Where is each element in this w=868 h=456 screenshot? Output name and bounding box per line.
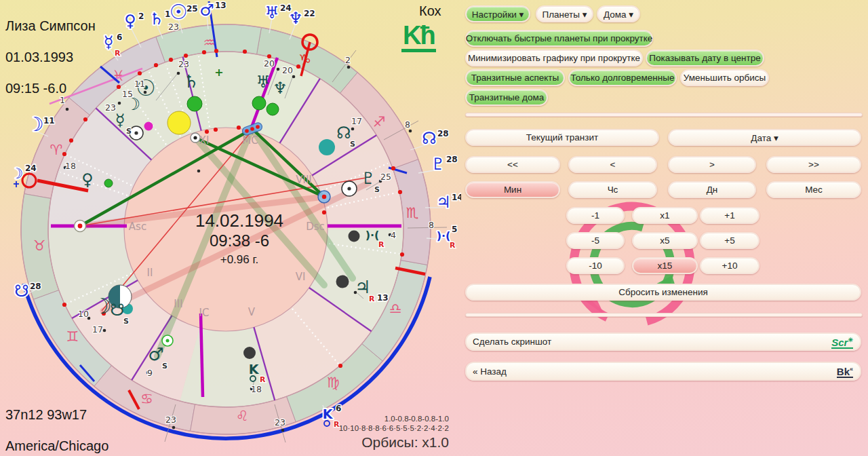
date-menu-button[interactable]: Дата ▾ <box>668 129 861 146</box>
plus-1-button[interactable]: +1 <box>700 207 760 224</box>
natal-planet-pluto: ♇ <box>361 169 376 188</box>
transit-planet-north-node-degree: 28 <box>437 129 449 138</box>
asc-point-dot <box>78 224 83 229</box>
unit-hours-button[interactable]: Чс <box>568 181 657 198</box>
step-back-button[interactable]: < <box>568 156 657 173</box>
transit-planet-lilith-degree: 24 <box>25 164 37 173</box>
transit-date: 14.02.1994 <box>168 210 311 231</box>
zodiac-sign-scorpio: ♏ <box>406 205 419 221</box>
screenshot-logo-icon: Scr✳ <box>831 335 853 349</box>
transit-planet-pluto: ♇ <box>431 155 446 174</box>
location-info: 37n12 93w17 America/Chicago Спрингфилд /… <box>5 392 249 456</box>
transit-planet-saturn: ♄ <box>149 10 164 28</box>
marker-dot-black <box>118 102 121 105</box>
zodiac-sign-virgo: ♍ <box>327 375 340 391</box>
x15-button[interactable]: x15 <box>632 257 698 274</box>
birth-date: 01.03.1993 <box>5 50 96 65</box>
marker-dot-red <box>184 54 188 58</box>
transit-planet-jupiter-degree: 14 <box>452 193 461 202</box>
toggle-reduce-orbs[interactable]: Уменьшить орбисы <box>680 69 769 86</box>
degree-number: 17 <box>92 324 103 335</box>
mc-cluster-dot <box>250 127 254 131</box>
toggle-transit-aspects[interactable]: Транзитные аспекты <box>465 69 565 86</box>
back-button[interactable]: « Назад Bk« <box>465 362 861 381</box>
menu-planets[interactable]: Планеты ▾ <box>536 5 593 22</box>
marker-greenring-center <box>166 339 170 343</box>
marker-dot-black <box>197 170 201 173</box>
marker-dot-red <box>338 364 342 368</box>
transit-planet-selena-degree: 5 <box>452 225 457 234</box>
person-info: Лиза Симпсон 01.03.1993 09:15 -6.0 <box>5 3 96 112</box>
degree-number: 8 <box>405 119 410 130</box>
person-name: Лиза Симпсон <box>5 18 96 34</box>
transit-planet-neptune: ♆ <box>288 9 303 28</box>
step-forward-fast-button[interactable]: >> <box>766 156 861 173</box>
natal-planet-jupiter-degree: 13 <box>377 293 389 303</box>
natal-planet-chiron-flag: R <box>260 375 266 384</box>
house-label-VIII: VIII <box>296 174 312 186</box>
marker-dot-red <box>214 128 218 132</box>
menu-settings[interactable]: Настройки ▾ <box>465 5 530 22</box>
marker-dot-red <box>296 64 300 69</box>
toggle-longterm-only[interactable]: Только долговременные <box>568 69 677 86</box>
natal-planet-south-node: ☋ <box>110 301 124 320</box>
house-label-VI: VI <box>296 271 306 283</box>
degree-number: 17 <box>351 116 362 126</box>
natal-planet-north-node: ☊ <box>336 124 351 142</box>
toggle-minimize-graphics[interactable]: Минимизировать графику при прокрутке <box>465 50 643 66</box>
transit-date-block: 14.02.1994 09:38 -6 +0.96 г. <box>168 210 311 267</box>
orbs-label: Орбисы: x1.0 <box>290 434 449 451</box>
orbs-info: 1.0-0.8-0.8-0.8-1.0 10·10·8·8·8·6·6·5·5·… <box>290 414 449 451</box>
marker-dot-red <box>205 130 209 134</box>
reset-changes-button[interactable]: Сбросить изменения <box>465 284 861 301</box>
transit-planet-mars: ♂ <box>199 1 214 20</box>
location-timezone: America/Chicago <box>5 438 249 454</box>
step-back-fast-button[interactable]: << <box>465 156 560 173</box>
marker-gray <box>336 276 349 288</box>
transit-planet-selena: )·( <box>437 229 451 242</box>
transit-planet-venus-degree: 2 <box>138 12 144 21</box>
marker-dot-black <box>347 66 351 69</box>
marker-magenta <box>144 122 153 131</box>
toggle-transit-houses[interactable]: Транзитные дома <box>465 89 548 106</box>
house-label-III: III <box>174 298 182 310</box>
zodiac-sign-sagittarius: ♐ <box>373 114 386 130</box>
transit-planet-north-node: ☊ <box>422 129 436 148</box>
screenshot-button[interactable]: Сделать скриншот Scr✳ <box>465 332 861 351</box>
plus-10-button[interactable]: +10 <box>700 257 760 274</box>
menu-houses[interactable]: Дома ▾ <box>597 5 640 22</box>
degree-number: 23 <box>178 59 189 69</box>
degree-number: 25 <box>380 172 391 182</box>
house-system-label: Кох <box>419 3 441 19</box>
natal-planet-south-node-flag: S <box>123 317 129 326</box>
plus-5-button[interactable]: +5 <box>700 232 760 249</box>
transit-planet-mars-degree: 13 <box>215 1 226 10</box>
marker-whitedot-center <box>134 131 138 134</box>
natal-planet-selena: )·( <box>366 229 380 242</box>
transit-planet-sun: ☉ <box>170 0 188 24</box>
transit-planet-neptune-degree: 22 <box>304 9 315 18</box>
toggle-fast-planets[interactable]: Отключать быстрые планеты при прокрутке <box>465 30 653 47</box>
step-forward-button[interactable]: > <box>668 156 756 173</box>
marker-dot-red <box>237 126 241 130</box>
back-logo-icon: Bk« <box>837 364 853 378</box>
mc-cluster-dot <box>245 129 249 133</box>
unit-days-button[interactable]: Дн <box>668 181 756 198</box>
current-transit-button[interactable]: Текущий транзит <box>465 129 659 146</box>
unit-minutes-button[interactable]: Мин <box>465 181 560 198</box>
x1-button[interactable]: x1 <box>632 207 698 224</box>
toggle-center-date[interactable]: Показывать дату в центре <box>646 50 764 66</box>
minus-1-button[interactable]: -1 <box>566 207 625 224</box>
axis-line <box>201 314 203 397</box>
transit-planet-selena-flag: R <box>450 241 456 250</box>
marker-dot-red <box>117 85 121 89</box>
marker-dot-red <box>400 252 404 256</box>
minus-5-button[interactable]: -5 <box>566 232 625 249</box>
degree-number: 11 <box>134 79 145 89</box>
minus-10-button[interactable]: -10 <box>566 257 625 274</box>
degree-number: 18 <box>65 161 76 171</box>
degree-number: 18 <box>251 384 262 394</box>
unit-months-button[interactable]: Мес <box>766 181 861 198</box>
x5-button[interactable]: x5 <box>632 232 698 249</box>
marker-dot-black <box>409 130 412 133</box>
